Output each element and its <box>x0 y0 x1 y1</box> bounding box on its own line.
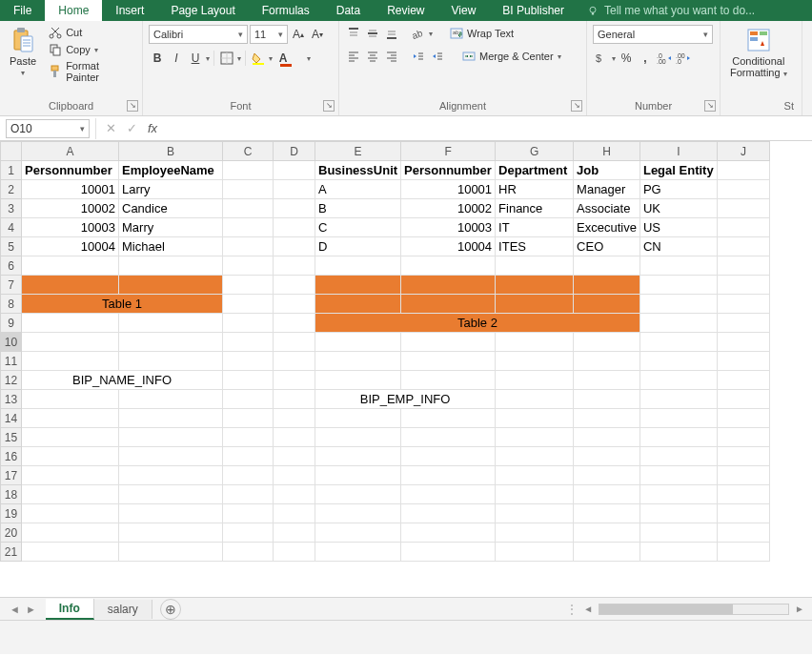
cell-H21[interactable] <box>574 543 640 562</box>
cell-I6[interactable] <box>639 256 717 276</box>
align-top-button[interactable] <box>345 25 362 42</box>
enter-formula-button[interactable]: ✓ <box>121 121 142 135</box>
cell-B4[interactable]: Marry <box>119 218 223 237</box>
cell-D13[interactable] <box>274 390 315 409</box>
cell-H4[interactable]: Excecutive <box>574 218 640 237</box>
cell-D19[interactable] <box>274 504 315 523</box>
cell-H8[interactable] <box>574 295 640 314</box>
cell-C3[interactable] <box>223 199 274 218</box>
cell-I20[interactable] <box>639 523 717 543</box>
cell-F10[interactable] <box>401 333 496 352</box>
cell-I21[interactable] <box>639 543 717 562</box>
underline-menu[interactable]: ▾ <box>206 54 210 63</box>
cell-B20[interactable] <box>119 523 223 543</box>
col-header-C[interactable]: C <box>223 142 274 161</box>
tab-formulas[interactable]: Formulas <box>249 0 323 21</box>
cell-E19[interactable] <box>315 504 401 523</box>
cell-F15[interactable] <box>401 428 496 447</box>
cell-D12[interactable] <box>274 371 315 390</box>
cell-D21[interactable] <box>274 543 315 562</box>
cell-J20[interactable] <box>717 523 769 543</box>
cell-J17[interactable] <box>717 466 769 485</box>
row-header-11[interactable]: 11 <box>1 352 22 371</box>
tell-me-search[interactable]: Tell me what you want to do... <box>578 0 755 21</box>
cell-I4[interactable]: US <box>639 218 717 237</box>
cell-D6[interactable] <box>274 256 315 276</box>
cell-A16[interactable] <box>22 447 119 466</box>
cell-D16[interactable] <box>274 447 315 466</box>
col-header-E[interactable]: E <box>315 142 401 161</box>
cancel-formula-button[interactable]: ✕ <box>100 121 121 135</box>
orientation-button[interactable]: ab <box>410 25 427 42</box>
cell-C14[interactable] <box>223 409 274 428</box>
tab-view[interactable]: View <box>438 0 490 21</box>
cell-E4[interactable]: C <box>315 218 401 237</box>
cell-G19[interactable] <box>496 504 574 523</box>
increase-indent-button[interactable] <box>429 48 446 65</box>
row-header-16[interactable]: 16 <box>1 447 22 466</box>
cell-G18[interactable] <box>496 485 574 504</box>
cell-E10[interactable] <box>315 333 401 352</box>
cell-I7[interactable] <box>639 276 717 295</box>
cell-G11[interactable] <box>496 352 574 371</box>
cell-B1[interactable]: EmployeeName <box>119 161 223 180</box>
cell-E6[interactable] <box>315 256 401 276</box>
cell-J7[interactable] <box>717 276 769 295</box>
cell-H15[interactable] <box>574 428 640 447</box>
accounting-format-button[interactable]: $ <box>593 50 610 67</box>
row-header-4[interactable]: 4 <box>1 218 22 237</box>
comma-button[interactable]: , <box>637 50 654 67</box>
cell-I1[interactable]: Legal Entity <box>639 161 717 180</box>
cell-E12[interactable] <box>315 371 401 390</box>
cell-I8[interactable] <box>639 295 717 314</box>
col-header-I[interactable]: I <box>639 142 717 161</box>
cell-F5[interactable]: 10004 <box>401 237 496 256</box>
number-format-combo[interactable]: General▾ <box>593 25 713 44</box>
cell-I13[interactable] <box>639 390 717 409</box>
cell-C2[interactable] <box>223 180 274 199</box>
orientation-menu[interactable]: ▾ <box>429 30 433 38</box>
cut-button[interactable]: Cut <box>46 25 136 40</box>
col-header-J[interactable]: J <box>717 142 769 161</box>
cell-C13[interactable] <box>223 390 274 409</box>
sheet-tab-info[interactable]: Info <box>46 599 94 620</box>
cell-table1-label[interactable]: Table 1 <box>22 295 223 314</box>
cell-C20[interactable] <box>223 523 274 543</box>
tab-data[interactable]: Data <box>323 0 374 21</box>
cell-H14[interactable] <box>574 409 640 428</box>
row-header-20[interactable]: 20 <box>1 523 22 543</box>
cell-D4[interactable] <box>274 218 315 237</box>
cell-C21[interactable] <box>223 543 274 562</box>
cell-F6[interactable] <box>401 256 496 276</box>
cell-H17[interactable] <box>574 466 640 485</box>
cell-I2[interactable]: PG <box>639 180 717 199</box>
cell-C16[interactable] <box>223 447 274 466</box>
cell-F21[interactable] <box>401 543 496 562</box>
cell-F11[interactable] <box>401 352 496 371</box>
cell-E17[interactable] <box>315 466 401 485</box>
cell-J6[interactable] <box>717 256 769 276</box>
cell-A17[interactable] <box>22 466 119 485</box>
cell-J14[interactable] <box>717 409 769 428</box>
cell-H16[interactable] <box>574 447 640 466</box>
conditional-formatting-button[interactable]: Conditional Formatting ▾ <box>726 25 791 80</box>
fx-button[interactable]: fx <box>142 121 163 135</box>
cell-C17[interactable] <box>223 466 274 485</box>
cell-G5[interactable]: ITES <box>496 237 574 256</box>
cell-D9[interactable] <box>274 314 315 333</box>
select-all-corner[interactable] <box>1 142 22 161</box>
cell-E7[interactable] <box>315 276 401 295</box>
cell-B13[interactable] <box>119 390 223 409</box>
cell-A1[interactable]: Personnumber <box>22 161 119 180</box>
cell-H12[interactable] <box>574 371 640 390</box>
cell-B16[interactable] <box>119 447 223 466</box>
cell-H5[interactable]: CEO <box>574 237 640 256</box>
cell-G4[interactable]: IT <box>496 218 574 237</box>
cell-D1[interactable] <box>274 161 315 180</box>
cell-G20[interactable] <box>496 523 574 543</box>
align-bottom-button[interactable] <box>383 25 400 42</box>
fill-color-menu[interactable]: ▾ <box>269 54 273 63</box>
cell-G2[interactable]: HR <box>496 180 574 199</box>
tab-bi-publisher[interactable]: BI Publisher <box>489 0 578 21</box>
cell-E15[interactable] <box>315 428 401 447</box>
